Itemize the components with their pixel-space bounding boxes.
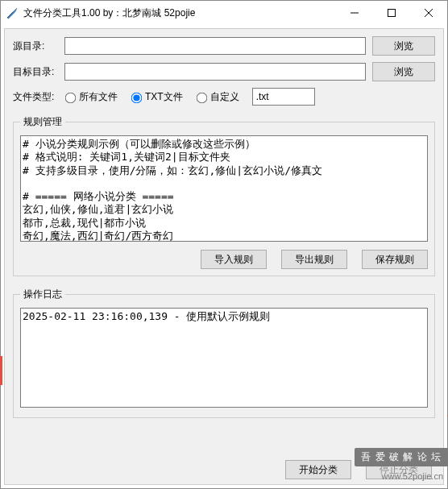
import-rules-button[interactable]: 导入规则 xyxy=(201,250,267,269)
source-label: 源目录: xyxy=(13,39,61,53)
radio-txt-files[interactable]: TXT文件 xyxy=(127,90,183,104)
watermark-url: www.52pojie.cn xyxy=(382,471,448,481)
rules-legend: 规则管理 xyxy=(20,115,65,129)
content-area: 源目录: 浏览 目标目录: 浏览 文件类型: 所有文件 TXT文件 自定义 xyxy=(4,28,444,485)
rules-buttons-row: 导入规则 导出规则 保存规则 xyxy=(20,250,428,269)
feather-icon xyxy=(6,6,19,19)
radio-custom-label: 自定义 xyxy=(210,90,239,104)
rules-textarea[interactable] xyxy=(20,135,428,242)
radio-txt-label: TXT文件 xyxy=(145,90,183,104)
source-row: 源目录: 浏览 xyxy=(13,36,435,56)
window-title: 文件分类工具1.00 by：北梦南城 52pojie xyxy=(23,6,336,20)
close-button[interactable] xyxy=(410,1,447,25)
minimize-button[interactable] xyxy=(336,1,373,25)
svg-rect-2 xyxy=(388,10,396,17)
log-fieldset: 操作日志 xyxy=(13,288,435,418)
radio-all-files[interactable]: 所有文件 xyxy=(61,90,118,104)
filetype-label: 文件类型: xyxy=(13,90,61,104)
target-label: 目标目录: xyxy=(13,65,61,79)
log-textarea[interactable] xyxy=(20,308,428,408)
rules-fieldset: 规则管理 导入规则 导出规则 保存规则 xyxy=(13,115,435,276)
watermark-badge: 吾 爱 破 解 论 坛 xyxy=(355,448,448,466)
source-browse-button[interactable]: 浏览 xyxy=(372,36,435,56)
custom-ext-input[interactable] xyxy=(252,88,315,106)
radio-txt-input[interactable] xyxy=(131,93,143,104)
titlebar: 文件分类工具1.00 by：北梦南城 52pojie xyxy=(1,1,447,25)
app-window: 文件分类工具1.00 by：北梦南城 52pojie 源目录: 浏览 目标目录:… xyxy=(0,0,448,489)
radio-custom-input[interactable] xyxy=(196,93,207,104)
radio-custom[interactable]: 自定义 xyxy=(193,90,239,104)
start-classify-button[interactable]: 开始分类 xyxy=(285,460,351,479)
save-rules-button[interactable]: 保存规则 xyxy=(362,250,428,269)
filetype-row: 文件类型: 所有文件 TXT文件 自定义 xyxy=(13,88,435,106)
target-input[interactable] xyxy=(64,63,366,81)
radio-all-label: 所有文件 xyxy=(79,90,118,104)
maximize-button[interactable] xyxy=(373,1,410,25)
log-legend: 操作日志 xyxy=(20,288,65,301)
bg-accent-left xyxy=(0,356,2,385)
source-input[interactable] xyxy=(64,37,366,55)
radio-all-input[interactable] xyxy=(65,93,77,104)
target-row: 目标目录: 浏览 xyxy=(13,62,435,81)
export-rules-button[interactable]: 导出规则 xyxy=(281,250,347,269)
target-browse-button[interactable]: 浏览 xyxy=(372,62,435,81)
